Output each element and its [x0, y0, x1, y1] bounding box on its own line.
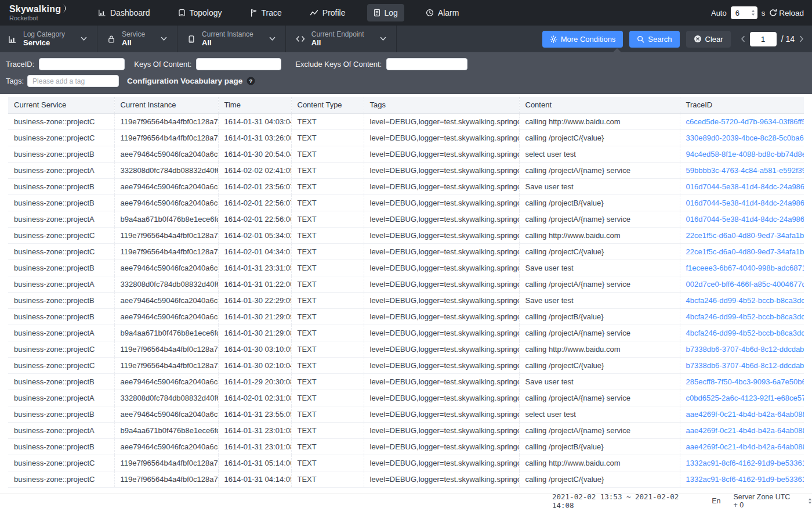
vocabulary-page-link[interactable]: Configuration Vocabulary page: [127, 77, 242, 85]
table-cell: calling http://www.baidu.com: [519, 113, 680, 129]
trace-id-link[interactable]: 4bcfa246-dd99-4b52-bccb-b8ca3dc5fc94: [680, 308, 804, 325]
table-cell: TEXT: [291, 243, 364, 260]
table-row: business-zone::projectAb9a4aa671b0f476b8…: [8, 325, 804, 341]
trace-id-link[interactable]: 94c4ed58-8f1e-4088-bd8c-bb74d8eca703: [680, 146, 804, 162]
time-range-picker[interactable]: 2021-02-02 13:53 ~ 2021-02-02 14:08: [552, 492, 686, 508]
page-number-input[interactable]: 1: [750, 32, 777, 46]
table-cell: TEXT: [291, 438, 364, 455]
column-header-content[interactable]: Content: [519, 97, 680, 113]
trace-id-link[interactable]: b7338db6-3707-4b6d-8c12-ddcdabbdb45a: [680, 341, 804, 357]
table-cell: TEXT: [291, 471, 364, 487]
trace-id-link[interactable]: b7338db6-3707-4b6d-8c12-ddcdabbdb45a: [680, 357, 804, 373]
page-prev-button[interactable]: [741, 35, 745, 42]
table-cell: level=DEBUG,logger=test.skywalking.sprin…: [364, 227, 519, 243]
selector-text: Current InstanceAll: [202, 30, 253, 48]
keys-of-content-input[interactable]: [196, 58, 281, 70]
table-cell: calling /projectC/{value}: [519, 357, 680, 373]
trace-id-link[interactable]: 22ce1f5c-d6a0-4d80-9ed7-34afa1be2490: [680, 243, 804, 260]
search-button[interactable]: Search: [629, 31, 679, 48]
exclude-keys-input[interactable]: [386, 58, 467, 70]
nav-item-profile[interactable]: Profile: [303, 4, 352, 21]
svg-text:?: ?: [249, 78, 253, 84]
table-cell: business-zone::projectB: [8, 308, 114, 325]
trace-id-link[interactable]: c0bd6525-2a6c-4123-92f1-e68ce57f767d: [680, 390, 804, 406]
table-row: business-zone::projectA332808d0fc784db08…: [8, 276, 804, 292]
table-cell: calling /projectC/{value}: [519, 471, 680, 487]
auto-interval-input[interactable]: 6: [731, 6, 757, 19]
trace-id-link[interactable]: c6ced5de-5720-4d7b-9634-03f86ff55d30: [680, 113, 804, 129]
column-header-tags[interactable]: Tags: [364, 97, 519, 113]
selector-current-instance[interactable]: Current InstanceAll: [177, 26, 286, 52]
table-header-row: Current ServiceCurrent InstanceTimeConte…: [8, 97, 804, 113]
table-cell: business-zone::projectC: [8, 455, 114, 471]
clear-button[interactable]: Clear: [686, 31, 731, 48]
trace-id-input[interactable]: [39, 58, 125, 70]
nav-item-label: Alarm: [438, 8, 459, 17]
table-cell: TEXT: [291, 146, 364, 162]
more-conditions-button[interactable]: More Conditions: [542, 31, 624, 48]
nav-item-dashboard[interactable]: Dashboard: [92, 4, 157, 21]
stepper-arrows-icon[interactable]: [751, 9, 755, 16]
table-row: business-zone::projectBaee79464c59046fca…: [8, 292, 804, 308]
selector-value: All: [311, 38, 364, 48]
table-cell: business-zone::projectB: [8, 178, 114, 194]
column-header-time[interactable]: Time: [218, 97, 291, 113]
column-header-current-service[interactable]: Current Service: [8, 97, 114, 113]
trace-id-link[interactable]: 59bbbb3c-4763-4c84-a581-e592f39865bd: [680, 162, 804, 178]
table-row: business-zone::projectC119e7f96564b4a4fb…: [8, 455, 804, 471]
trace-id-link[interactable]: 002d7ce0-bff6-466f-a85c-4004677d8fbf: [680, 276, 804, 292]
trace-id-link[interactable]: 4bcfa246-dd99-4b52-bccb-b8ca3dc5fc94: [680, 292, 804, 308]
table-cell: 1614-01-30 20:54:04: [218, 146, 291, 162]
table-row: business-zone::projectC119e7f96564b4a4fb…: [8, 357, 804, 373]
table-cell: 1614-01-30 21:29:08: [218, 325, 291, 341]
timezone-stepper-icon[interactable]: [808, 498, 812, 505]
trace-id-link[interactable]: 1332ac91-8cf6-4162-91d9-be53361168a9: [680, 455, 804, 471]
column-header-traceid[interactable]: TraceID: [680, 97, 804, 113]
table-cell: business-zone::projectB: [8, 292, 114, 308]
nav-item-trace[interactable]: Trace: [244, 4, 288, 21]
table-cell: 119e7f96564b4a4fbf0c128a7b0...: [114, 471, 218, 487]
trace-id-link[interactable]: aae4269f-0c21-4b4d-b42a-64ab08808ac8: [680, 438, 804, 455]
table-cell: TEXT: [291, 308, 364, 325]
table-cell: level=DEBUG,logger=test.skywalking.sprin…: [364, 308, 519, 325]
trace-id-link[interactable]: 016d7044-5e38-41d4-84dc-24a98624a30e: [680, 178, 804, 194]
tags-input[interactable]: [27, 75, 119, 87]
table-cell: TEXT: [291, 292, 364, 308]
selector-current-endpoint[interactable]: Current EndpointAll: [286, 26, 397, 52]
nav-item-log[interactable]: Log: [367, 4, 404, 21]
filter-row-2: Tags: Configuration Vocabulary page ?: [0, 73, 812, 89]
nav-item-label: Dashboard: [110, 8, 150, 17]
service-icon: [107, 35, 115, 44]
selector-service[interactable]: ServiceAll: [97, 26, 177, 52]
table-cell: Save user test: [519, 178, 680, 194]
trace-id-link[interactable]: 016d7044-5e38-41d4-84dc-24a98624a30e: [680, 211, 804, 227]
column-header-current-instance[interactable]: Current Instance: [114, 97, 218, 113]
selector-log-category[interactable]: Log CategoryService: [0, 26, 97, 52]
trace-id-link[interactable]: 1332ac91-8cf6-4162-91d9-be53361168a9: [680, 471, 804, 487]
table-cell: 1614-01-31 23:01:08: [218, 422, 291, 438]
trace-id-link[interactable]: aae4269f-0c21-4b4d-b42a-64ab08808ac8: [680, 422, 804, 438]
table-cell: level=DEBUG,logger=test.skywalking.sprin…: [364, 276, 519, 292]
trace-id-link[interactable]: aae4269f-0c21-4b4d-b42a-64ab08808ac8: [680, 406, 804, 422]
logo[interactable]: Skywalking Rocketbot: [9, 4, 78, 21]
reload-button[interactable]: Reload: [769, 9, 804, 17]
language-toggle[interactable]: En: [712, 497, 720, 505]
trace-id-link[interactable]: 4bcfa246-dd99-4b52-bccb-b8ca3dc5fc94: [680, 325, 804, 341]
trace-id-link[interactable]: 330e89d0-2039-4bce-8c28-5c0ba6bc8ce7: [680, 129, 804, 146]
nav-item-topology[interactable]: Topology: [172, 4, 229, 21]
nav-item-alarm[interactable]: Alarm: [419, 4, 466, 21]
column-header-content-type[interactable]: Content Type: [291, 97, 364, 113]
auto-reload-controls: Auto 6 s Reload: [711, 6, 804, 19]
table-row: business-zone::projectC119e7f96564b4a4fb…: [8, 341, 804, 357]
trace-id-link[interactable]: f1eceee3-6b67-4040-998b-adc6871261c1: [680, 260, 804, 276]
table-cell: 332808d0fc784db08832d40f683...: [114, 276, 218, 292]
page-next-button[interactable]: [799, 35, 804, 42]
table-cell: calling /projectC/{value}: [519, 243, 680, 260]
trace-id-link[interactable]: 016d7044-5e38-41d4-84dc-24a98624a30e: [680, 194, 804, 211]
trace-id-link[interactable]: 285ecff8-7f50-4bc3-9093-6a7e50b6a9a3: [680, 373, 804, 390]
table-cell: 1614-01-30 21:29:09: [218, 308, 291, 325]
topology-icon: [178, 9, 186, 17]
trace-id-link[interactable]: 22ce1f5c-d6a0-4d80-9ed7-34afa1be2490: [680, 227, 804, 243]
table-cell: 1614-02-01 05:34:02: [218, 227, 291, 243]
help-question-icon[interactable]: ?: [246, 77, 255, 85]
